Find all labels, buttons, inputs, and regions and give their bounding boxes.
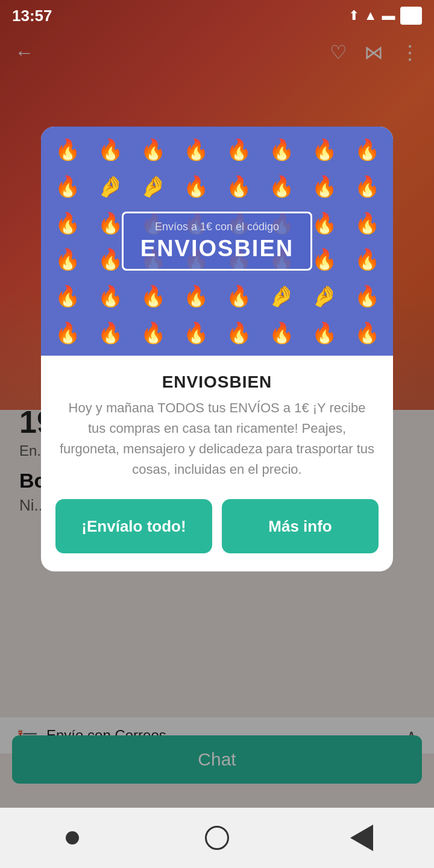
emoji-cell: 🔥	[303, 131, 345, 168]
emoji-cell: 🔥	[174, 278, 217, 315]
emoji-cell: 🔥	[174, 314, 217, 351]
emoji-cell: 🔥	[89, 131, 131, 168]
emoji-cell: 🔥	[89, 314, 131, 351]
emoji-cell: 🤌	[89, 168, 131, 205]
modal-banner: 🔥🔥🔥🔥🔥🔥🔥🔥🔥🤌🤌🔥🔥🔥🔥🔥🔥🔥🔥🔥🔥🔥🔥🔥🔥🔥🔥🔥🔥🔥🔥🔥🔥🔥🔥🔥🔥🤌🤌🔥…	[41, 127, 393, 356]
emoji-cell: 🔥	[174, 168, 217, 205]
emoji-cell: 🔥	[174, 131, 217, 168]
emoji-cell: 🔥	[217, 314, 260, 351]
center-icon	[205, 826, 229, 850]
emoji-cell: 🔥	[217, 131, 260, 168]
promo-modal: 🔥🔥🔥🔥🔥🔥🔥🔥🔥🤌🤌🔥🔥🔥🔥🔥🔥🔥🔥🔥🔥🔥🔥🔥🔥🔥🔥🔥🔥🔥🔥🔥🔥🔥🔥🔥🔥🤌🤌🔥…	[41, 127, 393, 571]
emoji-cell: 🔥	[260, 131, 303, 168]
emoji-cell: 🔥	[131, 131, 174, 168]
emoji-cell: 🔥	[345, 314, 388, 351]
bottom-navigation	[0, 808, 434, 868]
emoji-cell: 🔥	[345, 204, 388, 241]
modal-description: Hoy y mañana TODOS tus ENVÍOS a 1€ ¡Y re…	[59, 398, 375, 480]
emoji-cell: 🔥	[345, 241, 388, 278]
promo-code-box: Envíos a 1€ con el código ENVIOSBIEN	[122, 212, 312, 271]
emoji-cell: 🔥	[217, 168, 260, 205]
more-info-label: Más info	[268, 517, 332, 536]
wifi-icon: ▬	[382, 8, 395, 24]
emoji-cell: 🔥	[46, 131, 89, 168]
send-all-button[interactable]: ¡Envíalo todo!	[55, 499, 212, 553]
status-icons: ⬆ ▲ ▬ 29	[348, 7, 422, 25]
emoji-cell: 🤌	[260, 278, 303, 315]
modal-action-buttons: ¡Envíalo todo! Más info	[55, 499, 379, 553]
notification-icon: ⬆	[348, 8, 359, 24]
signal-icon: ▲	[364, 8, 377, 24]
emoji-cell: 🔥	[131, 278, 174, 315]
more-info-button[interactable]: Más info	[222, 499, 379, 553]
status-bar: 13:57 ⬆ ▲ ▬ 29	[0, 0, 434, 31]
emoji-cell: 🔥	[131, 314, 174, 351]
status-time: 13:57	[12, 7, 52, 25]
emoji-cell: 🔥	[89, 278, 131, 315]
emoji-cell: 🤌	[131, 168, 174, 205]
emoji-cell: 🔥	[303, 314, 345, 351]
center-button[interactable]	[199, 820, 235, 856]
battery-indicator: 29	[400, 7, 422, 25]
code-subtitle: Envíos a 1€ con el código	[140, 221, 294, 233]
home-button[interactable]	[54, 820, 90, 856]
back-nav-button[interactable]	[344, 820, 380, 856]
emoji-cell: 🔥	[217, 278, 260, 315]
emoji-cell: 🔥	[345, 168, 388, 205]
emoji-cell: 🔥	[46, 241, 89, 278]
emoji-cell: 🤌	[303, 278, 345, 315]
back-icon	[350, 825, 373, 851]
emoji-cell: 🔥	[46, 204, 89, 241]
code-main: ENVIOSBIEN	[140, 236, 294, 262]
emoji-cell: 🔥	[46, 168, 89, 205]
modal-title: ENVIOSBIEN	[55, 373, 379, 392]
emoji-cell: 🔥	[46, 314, 89, 351]
emoji-cell: 🔥	[303, 168, 345, 205]
emoji-cell: 🔥	[345, 131, 388, 168]
emoji-cell: 🔥	[260, 168, 303, 205]
emoji-cell: 🔥	[345, 278, 388, 315]
emoji-cell: 🔥	[46, 278, 89, 315]
home-icon	[66, 831, 79, 844]
send-all-label: ¡Envíalo todo!	[81, 517, 186, 536]
emoji-cell: 🔥	[260, 314, 303, 351]
